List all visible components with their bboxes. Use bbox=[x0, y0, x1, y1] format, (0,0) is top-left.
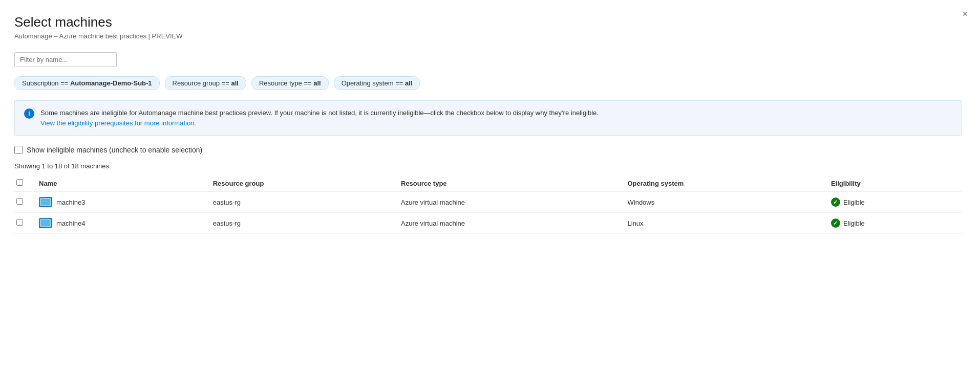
subscription-prefix: Subscription == bbox=[22, 79, 70, 87]
row-name-0: machine3 bbox=[33, 192, 207, 213]
page-subtitle: Automanage – Azure machine best practice… bbox=[14, 32, 962, 40]
eligibility-label-0: Eligible bbox=[843, 199, 865, 206]
row-operating-system-1: Linux bbox=[622, 213, 825, 234]
info-icon: i bbox=[24, 108, 34, 119]
col-resource-group: Resource group bbox=[207, 175, 395, 192]
close-button[interactable]: × bbox=[962, 9, 968, 18]
select-all-header bbox=[14, 175, 33, 192]
vm-screen-icon-0 bbox=[40, 198, 51, 206]
row-eligibility-1: Eligible bbox=[825, 213, 962, 234]
row-resource-group-0: eastus-rg bbox=[207, 192, 395, 213]
machine-name-0: machine3 bbox=[56, 199, 85, 206]
info-message: Some machines are ineligible for Automan… bbox=[40, 109, 599, 117]
show-ineligible-checkbox[interactable] bbox=[14, 146, 23, 154]
ineligible-checkbox-label: Show ineligible machines (uncheck to ena… bbox=[27, 146, 202, 154]
eligible-checkmark-icon-1 bbox=[831, 218, 840, 228]
row-checkbox-0[interactable] bbox=[16, 198, 23, 205]
row-resource-type-1: Azure virtual machine bbox=[395, 213, 622, 234]
col-resource-type: Resource type bbox=[395, 175, 622, 192]
vm-icon-0 bbox=[39, 197, 52, 207]
eligibility-badge-0: Eligible bbox=[831, 198, 955, 207]
col-eligibility: Eligibility bbox=[825, 175, 962, 192]
subscription-pill[interactable]: Subscription == Automanage-Demo-Sub-1 bbox=[14, 76, 160, 90]
row-checkbox-1[interactable] bbox=[16, 219, 23, 226]
eligible-checkmark-icon-0 bbox=[831, 198, 840, 207]
resource-type-value: all bbox=[313, 79, 321, 87]
resource-group-pill[interactable]: Resource group == all bbox=[165, 76, 246, 90]
page-title: Select machines bbox=[14, 14, 962, 30]
machine-cell-1: machine4 bbox=[39, 218, 201, 228]
table-row: machine3 eastus-rg Azure virtual machine… bbox=[14, 192, 962, 213]
machines-table: Name Resource group Resource type Operat… bbox=[14, 175, 962, 234]
row-checkbox-cell-1 bbox=[14, 213, 33, 234]
select-all-checkbox[interactable] bbox=[16, 179, 23, 186]
ineligible-checkbox-row: Show ineligible machines (uncheck to ena… bbox=[14, 146, 962, 154]
operating-system-pill[interactable]: Operating system == all bbox=[334, 76, 420, 90]
resource-type-pill[interactable]: Resource type == all bbox=[251, 76, 329, 90]
subscription-value: Automanage-Demo-Sub-1 bbox=[70, 79, 152, 87]
filter-pills-container: Subscription == Automanage-Demo-Sub-1 Re… bbox=[14, 76, 962, 90]
showing-count-text: Showing 1 to 18 of 18 machines. bbox=[14, 162, 962, 170]
info-box: i Some machines are ineligible for Autom… bbox=[14, 100, 962, 136]
table-row: machine4 eastus-rg Azure virtual machine… bbox=[14, 213, 962, 234]
eligibility-badge-1: Eligible bbox=[831, 218, 955, 228]
machine-name-1: machine4 bbox=[56, 220, 85, 227]
machine-cell-0: machine3 bbox=[39, 197, 201, 207]
operating-system-prefix: Operating system == bbox=[342, 79, 405, 87]
eligibility-label-1: Eligible bbox=[843, 220, 865, 227]
row-operating-system-0: Windows bbox=[622, 192, 825, 213]
info-text: Some machines are ineligible for Automan… bbox=[40, 108, 599, 128]
vm-screen-icon-1 bbox=[40, 219, 51, 227]
col-operating-system: Operating system bbox=[622, 175, 825, 192]
row-checkbox-cell-0 bbox=[14, 192, 33, 213]
resource-group-prefix: Resource group == bbox=[173, 79, 231, 87]
row-resource-group-1: eastus-rg bbox=[207, 213, 395, 234]
row-eligibility-0: Eligible bbox=[825, 192, 962, 213]
eligibility-link[interactable]: View the eligibility prerequisites for m… bbox=[40, 119, 196, 127]
operating-system-value: all bbox=[405, 79, 412, 87]
resource-type-prefix: Resource type == bbox=[259, 79, 313, 87]
filter-by-name-input[interactable] bbox=[14, 52, 117, 67]
table-header-row: Name Resource group Resource type Operat… bbox=[14, 175, 962, 192]
resource-group-value: all bbox=[231, 79, 238, 87]
select-machines-panel: × Select machines Automanage – Azure mac… bbox=[0, 0, 980, 244]
row-resource-type-0: Azure virtual machine bbox=[395, 192, 622, 213]
col-name: Name bbox=[33, 175, 207, 192]
row-name-1: machine4 bbox=[33, 213, 207, 234]
vm-icon-1 bbox=[39, 218, 52, 228]
